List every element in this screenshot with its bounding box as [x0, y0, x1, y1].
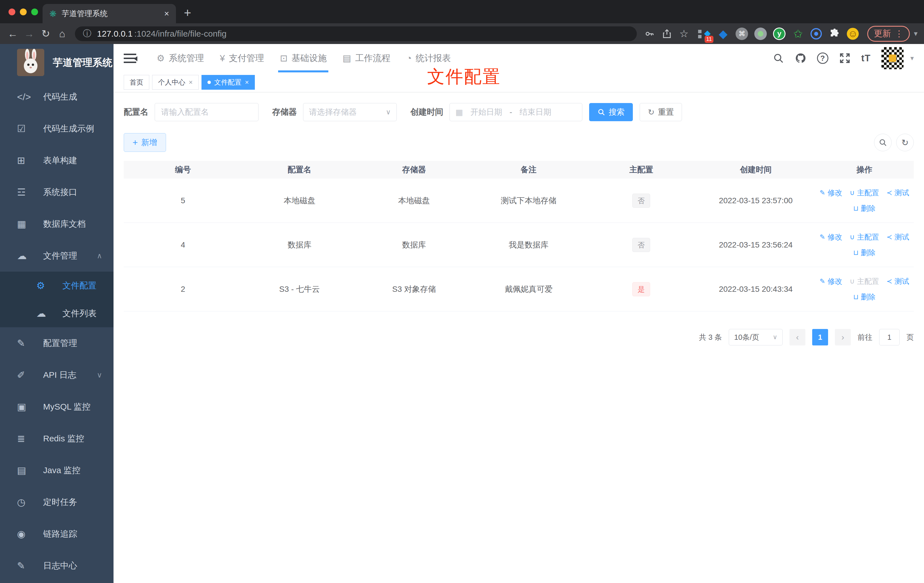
test-action[interactable]: ≺测试 [886, 276, 909, 286]
forward-button[interactable]: → [21, 28, 38, 40]
master-action[interactable]: ∪主配置 [850, 188, 879, 198]
kite-extension-icon[interactable]: ◆ [717, 28, 729, 40]
github-icon[interactable] [795, 53, 806, 64]
reset-button[interactable]: ↻ 重置 [640, 103, 682, 121]
sidebar-item-file-management[interactable]: ☁ 文件管理 ∧ [0, 240, 114, 272]
fullscreen-icon[interactable] [839, 53, 850, 64]
next-page-button[interactable]: › [835, 329, 851, 345]
sliders-icon: ☲ [17, 187, 33, 198]
search-icon[interactable] [773, 53, 784, 64]
tag-close-icon[interactable]: × [189, 78, 193, 86]
share-icon: ≺ [886, 189, 892, 197]
goto-page-input[interactable] [879, 329, 899, 345]
delete-action[interactable]: ⊔删除 [853, 248, 876, 258]
new-tab-button[interactable]: + [184, 6, 191, 20]
reload-button[interactable]: ↻ [38, 28, 54, 40]
sidebar-item-code-generation[interactable]: </> 代码生成 [0, 81, 114, 113]
nav-item-infrastructure[interactable]: ⊡ 基础设施 [272, 44, 335, 73]
green-star-extension-icon[interactable]: ✩ [792, 28, 804, 40]
tab-close-icon[interactable]: × [164, 9, 169, 18]
sidebar-item-api-log[interactable]: ✐ API 日志 ∨ [0, 359, 114, 391]
cell-remark: 测试下本地存储 [471, 195, 586, 206]
eye-extension-icon[interactable] [810, 28, 822, 40]
nav-item-workflow[interactable]: ▤ 工作流程 [335, 44, 398, 73]
browser-tab[interactable]: ❋ 芋道管理系统 × [43, 4, 176, 23]
tab-manager-extension-icon[interactable]: ◆ 11 [698, 28, 711, 40]
sidebar-item-scheduled-tasks[interactable]: ◷ 定时任务 [0, 486, 114, 518]
col-header-name: 配置名 [243, 164, 357, 175]
tag-close-icon[interactable]: × [245, 78, 249, 86]
trash-icon: ⊔ [853, 293, 859, 301]
chevron-down-icon: ∨ [386, 108, 391, 116]
sidebar-item-system-api[interactable]: ☲ 系统接口 [0, 176, 114, 208]
tag-profile[interactable]: 个人中心 × [152, 75, 199, 90]
y-extension-icon[interactable]: y [773, 28, 785, 40]
chrome-caret-icon[interactable]: ▾ [914, 29, 917, 38]
delete-action[interactable]: ⊔删除 [853, 292, 876, 302]
sidebar-collapse-icon[interactable] [124, 54, 136, 63]
window-close-button[interactable] [8, 8, 15, 15]
tag-file-config[interactable]: 文件配置 × [201, 75, 255, 90]
annotation-title: 文件配置 [427, 65, 501, 89]
date-start-placeholder[interactable]: 开始日期 [470, 107, 502, 117]
sidebar-item-db-doc[interactable]: ▦ 数据库文档 [0, 208, 114, 240]
sidebar-item-mysql-monitor[interactable]: ▣ MySQL 监控 [0, 391, 114, 423]
command-extension-icon[interactable]: ⌘ [736, 28, 748, 40]
page-size-select[interactable]: 10条/页 ∨ [729, 329, 783, 345]
sidebar-logo[interactable]: 芋道管理系统 [0, 44, 114, 81]
toggle-search-button[interactable] [874, 134, 892, 151]
sidebar-item-form-builder[interactable]: ⊞ 表单构建 [0, 144, 114, 176]
url-bar[interactable]: ⓘ 127.0.0.1 :1024/infra/file/file-config [75, 26, 637, 41]
puzzle-extensions-icon[interactable] [828, 28, 841, 40]
bookmark-star-icon[interactable]: ☆ [680, 28, 688, 40]
sidebar-item-config-management[interactable]: ✎ 配置管理 [0, 327, 114, 359]
master-action[interactable]: ∪主配置 [850, 232, 879, 242]
add-button[interactable]: + 新增 [124, 133, 166, 152]
password-key-icon[interactable] [644, 29, 654, 39]
edit-action[interactable]: ✎修改 [820, 276, 842, 286]
site-info-icon[interactable]: ⓘ [83, 28, 91, 40]
refresh-table-button[interactable]: ↻ [896, 134, 914, 151]
search-button[interactable]: 搜索 [589, 103, 633, 121]
font-size-icon[interactable]: tT [861, 53, 871, 64]
sidebar-item-file-list[interactable]: ☁ 文件列表 [0, 299, 114, 327]
window-minimize-button[interactable] [20, 8, 27, 15]
sidebar-item-code-demo[interactable]: ☑ 代码生成示例 [0, 113, 114, 144]
sidebar-item-java-monitor[interactable]: ▤ Java 监控 [0, 454, 114, 486]
nav-item-payment[interactable]: ¥ 支付管理 [212, 44, 272, 73]
edit-action[interactable]: ✎修改 [820, 232, 842, 242]
sidebar-item-log-center[interactable]: ✎ 日志中心 [0, 550, 114, 581]
page-1-button[interactable]: 1 [812, 329, 828, 345]
col-header-remark: 备注 [471, 164, 586, 175]
tag-home[interactable]: 首页 [124, 75, 149, 90]
config-name-input[interactable] [155, 103, 259, 121]
sidebar-item-redis-monitor[interactable]: ≣ Redis 监控 [0, 423, 114, 454]
nav-item-system[interactable]: ⚙ 系统管理 [149, 44, 212, 73]
window-zoom-button[interactable] [31, 8, 38, 15]
extension-badge: 11 [705, 36, 714, 43]
briefcase-icon: ▤ [343, 53, 351, 64]
back-button[interactable]: ← [5, 28, 21, 40]
test-action[interactable]: ≺测试 [886, 188, 909, 198]
share-icon[interactable] [662, 29, 672, 39]
chrome-update-button[interactable]: 更新 ⋮ [867, 26, 910, 42]
user-avatar[interactable] [881, 47, 904, 69]
help-icon[interactable]: ? [817, 53, 828, 64]
edit-action[interactable]: ✎修改 [820, 188, 842, 198]
date-end-placeholder[interactable]: 结束日期 [520, 107, 551, 117]
gray-circle-extension-icon[interactable] [754, 28, 767, 40]
y-letter: y [774, 28, 785, 39]
user-menu-caret-icon[interactable]: ▾ [911, 54, 914, 62]
sidebar-item-tracing[interactable]: ◉ 链路追踪 [0, 518, 114, 550]
storage-select[interactable]: 请选择存储器 ∨ [303, 103, 397, 121]
date-range-picker[interactable]: ▦ 开始日期 - 结束日期 [449, 103, 582, 121]
home-button[interactable]: ⌂ [54, 28, 70, 40]
sidebar-item-file-config[interactable]: ⚙ 文件配置 [0, 272, 114, 299]
test-label: 测试 [894, 188, 909, 198]
test-action[interactable]: ≺测试 [886, 232, 909, 242]
prev-page-button[interactable]: ‹ [789, 329, 805, 345]
kebab-menu-icon[interactable]: ⋮ [895, 29, 903, 39]
test-label: 测试 [894, 232, 909, 242]
emoji-extension-icon[interactable]: ☺ [847, 28, 859, 40]
delete-action[interactable]: ⊔删除 [853, 203, 876, 213]
